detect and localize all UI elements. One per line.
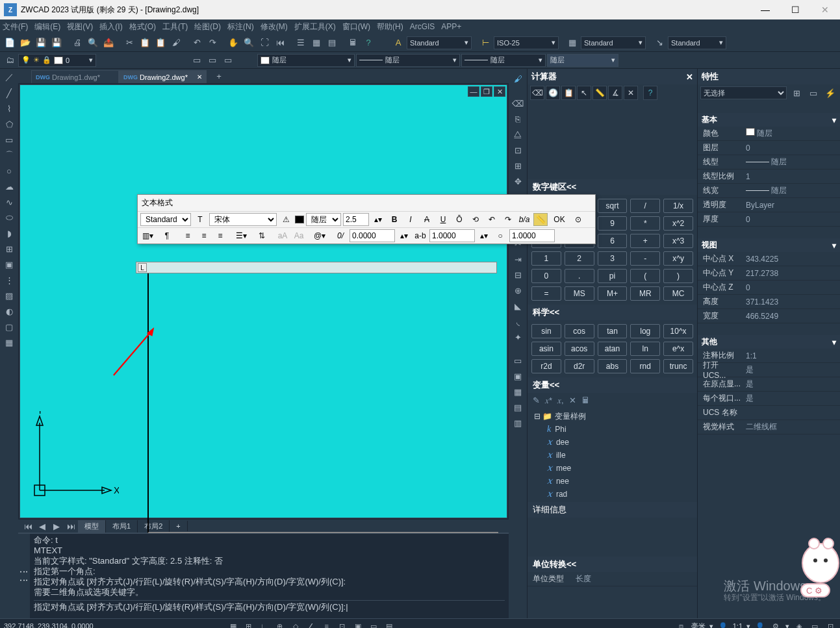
- symbol-icon[interactable]: @▾: [312, 229, 327, 242]
- region-icon[interactable]: ▢: [2, 320, 16, 334]
- oblique-input[interactable]: [350, 229, 395, 242]
- align-left-icon[interactable]: ≡: [181, 229, 195, 242]
- break-icon[interactable]: ⊟: [511, 268, 525, 282]
- key-MS[interactable]: MS: [565, 286, 594, 301]
- key--[interactable]: -: [630, 251, 660, 266]
- iso-icon[interactable]: ◈: [793, 620, 805, 628]
- var-newfn-icon[interactable]: 𝑥*: [545, 396, 552, 406]
- key-asin[interactable]: asin: [531, 342, 561, 356]
- calc-pick-icon[interactable]: ↖: [577, 86, 591, 100]
- calc-paste-icon[interactable]: 📋: [561, 86, 576, 100]
- unit-type-value[interactable]: 长度: [573, 573, 697, 584]
- hw-icon[interactable]: ⊡: [824, 620, 836, 628]
- props-icon[interactable]: ☰: [294, 36, 308, 50]
- oblique-icon[interactable]: 0/: [333, 229, 348, 242]
- new-icon[interactable]: 📄: [3, 36, 17, 50]
- tracking-input[interactable]: [429, 229, 475, 242]
- strike-icon[interactable]: A: [420, 213, 434, 226]
- calc-hist-icon[interactable]: 🕘: [546, 86, 560, 100]
- annotative-icon[interactable]: ⚠: [279, 213, 293, 226]
- key-rnd[interactable]: rnd: [630, 359, 660, 373]
- tab-first-icon[interactable]: ⏮: [21, 519, 35, 533]
- key-/[interactable]: /: [630, 199, 660, 213]
- calc-meas-icon[interactable]: 📏: [592, 86, 607, 100]
- key-+[interactable]: +: [630, 234, 660, 248]
- text-style-combo[interactable]: Standard: [140, 213, 191, 226]
- otrack-toggle-icon[interactable]: ∠: [305, 620, 317, 628]
- text-style-select[interactable]: Standard▾: [407, 36, 472, 49]
- key-MR[interactable]: MR: [630, 286, 660, 301]
- tab-add-icon[interactable]: +: [212, 69, 226, 83]
- key-3[interactable]: 3: [598, 251, 628, 266]
- chamfer-icon[interactable]: ◣: [511, 299, 525, 313]
- seltool5-icon[interactable]: ▥: [511, 416, 525, 430]
- menu-draw[interactable]: 绘图(D): [194, 21, 221, 32]
- menu-ext[interactable]: 扩展工具(X): [294, 21, 336, 32]
- lwt-toggle-icon[interactable]: ≡: [321, 620, 333, 628]
- copy-icon[interactable]: 📋: [138, 36, 152, 50]
- props-flash-icon[interactable]: ⚡: [823, 86, 837, 100]
- width-input[interactable]: [509, 229, 555, 242]
- preview-icon[interactable]: 🔍: [86, 36, 100, 50]
- tp-icon[interactable]: ▤: [325, 36, 339, 50]
- table-style-icon[interactable]: ▦: [565, 36, 579, 50]
- key-0[interactable]: 0: [531, 269, 561, 283]
- zoom-icon[interactable]: 🔍: [242, 36, 256, 50]
- linespace-icon[interactable]: ⇅: [255, 229, 269, 242]
- offset-icon[interactable]: ⊡: [511, 143, 525, 157]
- key-cos[interactable]: cos: [565, 324, 594, 338]
- calc-clear-icon[interactable]: ⌫: [530, 86, 544, 100]
- circle-icon[interactable]: ○: [2, 164, 16, 178]
- explode-icon[interactable]: ✦: [511, 330, 525, 344]
- line-icon[interactable]: ／: [2, 70, 16, 84]
- ws-icon[interactable]: ⚙: [770, 620, 782, 628]
- extend-icon[interactable]: ⇥: [511, 252, 525, 266]
- ok-button[interactable]: OK: [550, 213, 569, 226]
- key-*[interactable]: *: [630, 216, 660, 231]
- options-icon[interactable]: ⊙: [571, 213, 585, 226]
- dim-style-icon[interactable]: ⊢: [478, 36, 492, 50]
- sci-header[interactable]: 科学<<: [528, 305, 697, 320]
- prop-row[interactable]: 透明度ByLayer: [698, 198, 840, 212]
- mdi-min-icon[interactable]: —: [468, 86, 479, 97]
- align-center-icon[interactable]: ≡: [197, 229, 211, 242]
- prop-row[interactable]: 厚度0: [698, 212, 840, 227]
- spline-icon[interactable]: ∿: [2, 195, 16, 209]
- drawing-canvas[interactable]: — ❐ ✕ 文本格式 Standard T 宋体 ⚠ 随层 ▴▾ B I: [19, 84, 507, 518]
- lineweight-select[interactable]: 随层▾: [461, 54, 546, 67]
- var-item[interactable]: 𝑥 dee: [531, 436, 693, 449]
- var-item[interactable]: 𝑥 nee: [531, 475, 693, 488]
- tab-close-icon[interactable]: ✕: [197, 73, 202, 81]
- dyn-toggle-icon[interactable]: ⊡: [337, 620, 348, 628]
- snap-toggle-icon[interactable]: ⊞: [243, 620, 255, 628]
- pline-icon[interactable]: ⌇: [2, 101, 16, 116]
- var-root[interactable]: ⊟ 📁 变量样例: [531, 410, 693, 423]
- color-select[interactable]: 随层▾: [257, 54, 355, 67]
- text-ruler[interactable]: L: [136, 262, 497, 273]
- ellipse-icon[interactable]: ⬭: [2, 210, 16, 225]
- menu-edit[interactable]: 编辑(E): [34, 21, 60, 32]
- lowercase-icon[interactable]: Aa: [292, 229, 306, 242]
- mleader-style-icon[interactable]: ↘: [652, 36, 667, 50]
- saveas-icon[interactable]: 💾: [49, 36, 64, 50]
- tracking-icon[interactable]: a-b: [413, 229, 427, 242]
- key-9[interactable]: 9: [598, 216, 628, 231]
- cut-icon[interactable]: ✂: [122, 36, 136, 50]
- var-item[interactable]: k Phi: [531, 423, 693, 436]
- menu-insert[interactable]: 插入(I): [99, 21, 122, 32]
- maximize-button[interactable]: ☐: [780, 0, 810, 19]
- stack-icon[interactable]: b/a: [517, 213, 531, 226]
- model-toggle-icon[interactable]: ▭: [368, 620, 379, 628]
- prop-row[interactable]: 线型 随层: [698, 155, 840, 170]
- erase-icon[interactable]: ⌫: [511, 96, 525, 110]
- zoomwin-icon[interactable]: ⛶: [257, 36, 272, 50]
- tab-last-icon[interactable]: ⏭: [64, 519, 78, 533]
- publish-icon[interactable]: 📤: [101, 36, 116, 50]
- prop-row[interactable]: 每个视口...是: [698, 392, 840, 406]
- close-button[interactable]: ✕: [810, 0, 840, 19]
- prop-row[interactable]: 中心点 Z0: [698, 281, 840, 295]
- mirror-icon[interactable]: ⧋: [511, 127, 525, 142]
- color-swatch[interactable]: [295, 216, 304, 223]
- file-tab-2[interactable]: DWG Drawing2.dwg* ✕: [119, 70, 207, 83]
- xline-icon[interactable]: ╱: [2, 86, 16, 100]
